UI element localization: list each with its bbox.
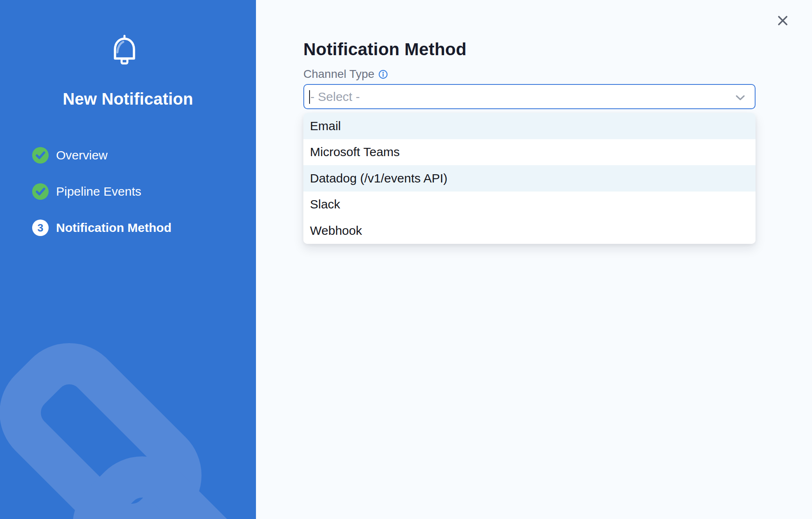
close-icon (777, 15, 788, 26)
step-label: Overview (56, 148, 108, 162)
text-cursor (309, 90, 310, 104)
option-email[interactable]: Email (303, 113, 756, 139)
step-overview[interactable]: Overview (32, 147, 171, 164)
option-datadog[interactable]: Datadog (/v1/events API) (303, 165, 756, 192)
step-notification-method[interactable]: 3 Notification Method (32, 220, 171, 236)
wizard-sidebar: New Notification Overview (0, 0, 256, 519)
step-label: Pipeline Events (56, 185, 141, 199)
channel-type-select-input[interactable] (304, 85, 755, 108)
wizard-title: New Notification (0, 90, 256, 108)
check-circle-icon (32, 147, 49, 164)
option-slack[interactable]: Slack (303, 192, 756, 218)
channel-type-label-row: Channel Type (303, 68, 388, 81)
option-webhook[interactable]: Webhook (303, 217, 756, 244)
channel-type-label: Channel Type (303, 68, 374, 81)
logo-watermark (0, 247, 256, 519)
step-label: Notification Method (56, 221, 171, 235)
channel-type-dropdown: Email Microsoft Teams Datadog (/v1/event… (303, 113, 756, 244)
close-button[interactable] (777, 14, 789, 27)
info-icon[interactable] (378, 70, 388, 79)
option-microsoft-teams[interactable]: Microsoft Teams (303, 139, 756, 166)
bell-icon (111, 35, 138, 67)
step-number-badge: 3 (32, 220, 49, 236)
content-panel: Notification Method Channel Type Email (256, 0, 812, 519)
channel-type-select[interactable] (303, 84, 756, 109)
new-notification-modal: New Notification Overview (0, 0, 812, 519)
step-pipeline-events[interactable]: Pipeline Events (32, 183, 171, 200)
chevron-down-icon (736, 95, 745, 100)
page-title: Notification Method (303, 40, 467, 59)
wizard-steps: Overview Pipeline Events 3 Notification … (32, 147, 171, 256)
check-circle-icon (32, 183, 49, 200)
